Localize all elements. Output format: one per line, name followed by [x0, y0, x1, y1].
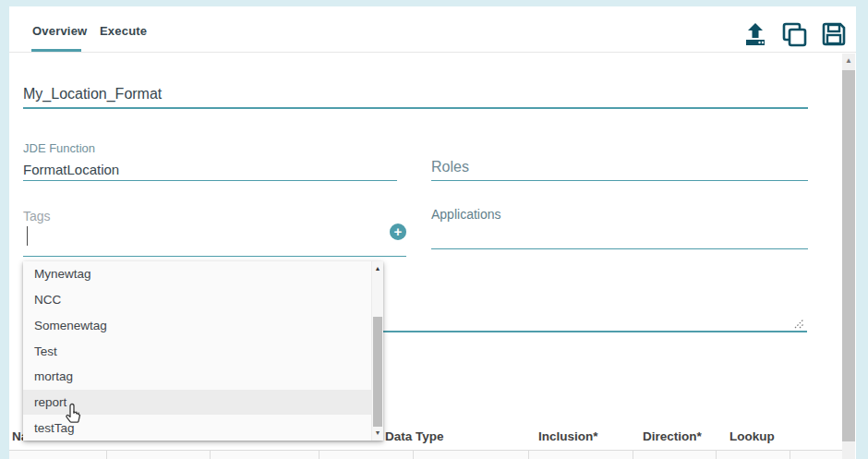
- jde-function-underline: [23, 180, 397, 181]
- tags-dropdown-option[interactable]: Mynewtag: [23, 261, 383, 287]
- table-grid-line: [210, 451, 211, 459]
- roles-input[interactable]: Roles: [431, 159, 469, 175]
- table-grid-line: [106, 451, 107, 459]
- active-tab-indicator: [31, 49, 81, 52]
- applications-underline: [431, 248, 808, 249]
- dropdown-scrollbar[interactable]: ▲ ▼: [371, 261, 383, 441]
- upload-icon[interactable]: [741, 20, 769, 48]
- table-header-direction: Direction*: [643, 429, 702, 443]
- table-grid-line: [633, 451, 633, 459]
- scroll-down-icon[interactable]: ▼: [372, 428, 383, 439]
- table-header-inclusion: Inclusion*: [538, 429, 598, 443]
- name-input-underline: [23, 107, 808, 109]
- tags-dropdown-option[interactable]: Test: [23, 338, 383, 364]
- table-header-lookup: Lookup: [729, 429, 775, 443]
- text-caret: [27, 226, 28, 246]
- dropdown-scrollbar-thumb[interactable]: [373, 317, 382, 427]
- table-row: [9, 450, 842, 459]
- save-icon[interactable]: [820, 20, 848, 48]
- main-scrollbar[interactable]: ▲: [842, 54, 855, 459]
- name-input[interactable]: My_Location_Format: [23, 86, 162, 103]
- page: Overview Execute My_Location_Format JDE …: [0, 0, 868, 459]
- tags-dropdown-option[interactable]: Somenewtag: [23, 312, 383, 338]
- applications-input[interactable]: Applications: [431, 207, 501, 222]
- table-grid-line: [790, 451, 790, 459]
- scroll-up-icon[interactable]: ▲: [372, 263, 383, 274]
- tab-overview[interactable]: Overview: [32, 24, 87, 38]
- resize-grip-icon[interactable]: [792, 318, 805, 329]
- table-grid-line: [716, 451, 717, 459]
- tab-execute[interactable]: Execute: [100, 24, 147, 38]
- copy-icon[interactable]: [780, 20, 808, 48]
- jde-function-input[interactable]: FormatLocation: [23, 162, 119, 177]
- tags-dropdown-option[interactable]: mortag: [23, 364, 383, 390]
- cursor-pointer-icon: [65, 403, 85, 427]
- main-scrollbar-thumb[interactable]: [842, 70, 855, 441]
- table-grid-line: [528, 451, 529, 459]
- tags-input-underline[interactable]: [23, 256, 406, 257]
- tab-bar: Overview Execute: [9, 6, 856, 53]
- roles-underline: [431, 180, 808, 181]
- add-tag-button[interactable]: +: [390, 223, 406, 240]
- table-grid-line: [319, 451, 319, 459]
- tags-dropdown-option[interactable]: NCC: [23, 287, 383, 313]
- tags-label: Tags: [23, 209, 51, 223]
- table-grid-line: [413, 451, 414, 459]
- scroll-up-icon[interactable]: ▲: [842, 54, 855, 68]
- jde-function-label: JDE Function: [23, 141, 95, 155]
- table-header-data-type: Data Type: [385, 429, 444, 443]
